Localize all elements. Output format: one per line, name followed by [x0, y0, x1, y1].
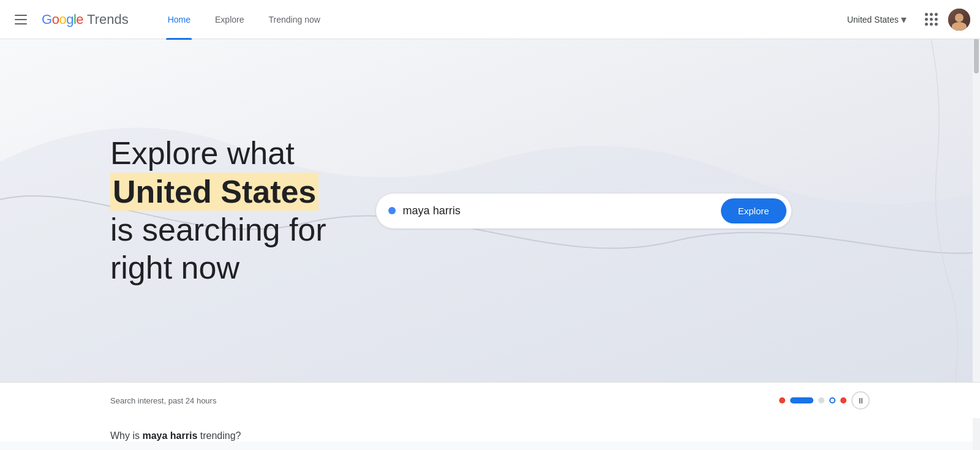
logo-letter-o2: o — [59, 12, 66, 27]
hamburger-line — [15, 23, 27, 24]
carousel-dot-active[interactable] — [790, 397, 813, 403]
carousel-dot-red[interactable] — [840, 397, 846, 403]
headline-line-3: right now — [110, 249, 326, 287]
bottom-section: Search interest, past 24 hours ⏸ — [0, 382, 980, 418]
grid-icon — [925, 13, 938, 26]
avatar[interactable] — [948, 9, 970, 31]
trending-suffix: trending? — [200, 430, 241, 441]
logo-letter-o1: o — [52, 12, 59, 27]
pause-button[interactable]: ⏸ — [851, 391, 870, 410]
logo-letter-g: G — [42, 12, 52, 27]
header-left: Google Trends Home Explore Trending now — [10, 10, 330, 29]
explore-button[interactable]: Explore — [721, 198, 786, 223]
search-indicator-dot — [388, 207, 396, 214]
headline-country: United States — [110, 173, 318, 211]
nav-explore[interactable]: Explore — [205, 10, 254, 29]
search-interest-label: Search interest, past 24 hours — [110, 396, 216, 405]
search-bar: Explore — [375, 193, 792, 229]
header-right: United States ▾ — [840, 7, 970, 32]
apps-dot — [935, 18, 938, 21]
nav-trending[interactable]: Trending now — [259, 10, 330, 29]
trending-term: maya harris — [142, 430, 197, 441]
chevron-down-icon: ▾ — [901, 13, 907, 26]
apps-dot — [930, 18, 933, 21]
menu-button[interactable] — [10, 10, 32, 29]
avatar-image — [948, 9, 970, 31]
logo-letter-g2: g — [66, 12, 74, 27]
google-logo: Google — [42, 12, 83, 28]
pause-icon: ⏸ — [857, 396, 865, 405]
apps-dot — [925, 23, 928, 26]
apps-dot — [935, 23, 938, 26]
nav-home[interactable]: Home — [158, 10, 200, 29]
carousel-dot-orange[interactable] — [779, 397, 785, 403]
apps-dot — [935, 13, 938, 16]
hamburger-line — [15, 15, 27, 16]
carousel-dot-gray-1[interactable] — [818, 397, 824, 403]
trends-label: Trends — [87, 12, 129, 28]
apps-dot — [925, 18, 928, 21]
carousel-dot-blue-outline[interactable] — [829, 397, 835, 403]
search-input[interactable] — [403, 204, 714, 217]
trending-why-text: Why is maya harris trending? — [110, 430, 870, 441]
country-label: United States — [847, 15, 899, 24]
apps-dot — [930, 13, 933, 16]
hero-headline: Explore what United States is searching … — [110, 134, 326, 287]
hero-section: Explore what United States is searching … — [0, 39, 980, 382]
logo-link[interactable]: Google Trends — [42, 12, 129, 28]
search-container: Explore — [375, 193, 792, 229]
trending-why-prefix: Why is — [110, 430, 140, 441]
logo-letter-e: e — [76, 12, 83, 27]
headline-line-2: is searching for — [110, 211, 326, 249]
hero-content: Explore what United States is searching … — [0, 134, 980, 287]
headline-line-1: Explore what — [110, 134, 326, 172]
apps-dot — [930, 23, 933, 26]
main-nav: Home Explore Trending now — [158, 10, 330, 29]
hamburger-line — [15, 19, 27, 20]
header: Google Trends Home Explore Trending now … — [0, 0, 980, 39]
apps-button[interactable] — [919, 7, 943, 32]
trending-section: Why is maya harris trending? — [0, 418, 980, 441]
carousel-controls: ⏸ — [779, 391, 870, 410]
country-selector[interactable]: United States ▾ — [840, 8, 914, 31]
apps-dot — [925, 13, 928, 16]
